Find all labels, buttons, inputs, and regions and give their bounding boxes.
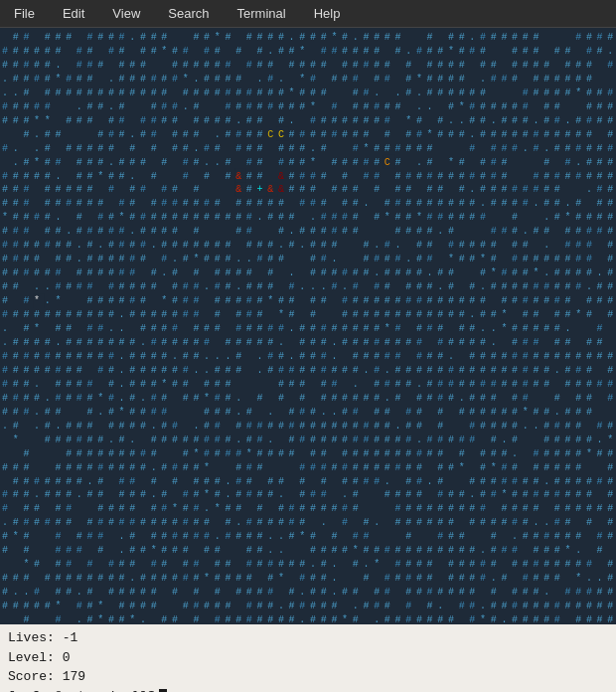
level-label: Level:	[8, 648, 55, 668]
menu-bar: File Edit View Search Terminal Help	[0, 0, 616, 28]
menu-file[interactable]: File	[8, 4, 41, 23]
menu-search[interactable]: Search	[162, 4, 215, 23]
menu-help[interactable]: Help	[308, 4, 347, 23]
prompt-text: [rufsc@osterminal]$	[8, 687, 155, 693]
score-value: 179	[63, 667, 85, 687]
menu-view[interactable]: View	[106, 4, 146, 23]
lives-value: -1	[63, 628, 78, 648]
menu-terminal[interactable]: Terminal	[231, 4, 292, 23]
lives-line: Lives: -1	[8, 628, 608, 648]
level-value: 0	[63, 648, 71, 668]
status-area: Lives: -1 Level: 0 Score: 179 [rufsc@ost…	[0, 624, 616, 692]
prompt-line: [rufsc@osterminal]$	[8, 687, 608, 693]
menu-edit[interactable]: Edit	[57, 4, 90, 23]
level-line: Level: 0	[8, 648, 608, 668]
score-label: Score:	[8, 667, 55, 687]
game-canvas	[0, 30, 616, 624]
score-line: Score: 179	[8, 667, 608, 687]
lives-label: Lives:	[8, 628, 55, 648]
game-area	[0, 28, 616, 624]
